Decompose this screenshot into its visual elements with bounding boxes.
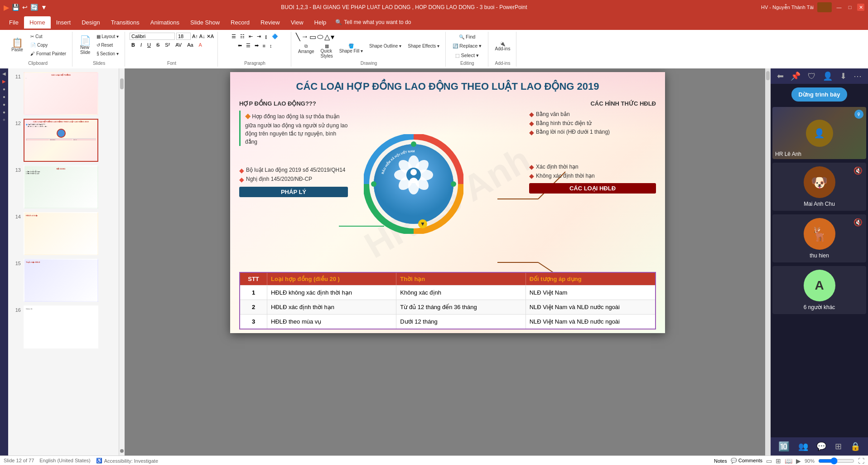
paste-button[interactable]: 📋 Paste <box>7 37 27 53</box>
shape-more[interactable]: ▾ <box>331 33 334 41</box>
decrease-font-button[interactable]: A↓ <box>199 34 205 39</box>
case-button[interactable]: Aa <box>185 41 195 48</box>
scroll-down-btn[interactable] <box>120 449 124 453</box>
tab-home[interactable]: Home <box>24 16 51 29</box>
meeting-back-icon[interactable]: ⬅ <box>777 71 784 81</box>
slide-img-14[interactable]: HĐLĐ vô hiệu <box>24 212 98 255</box>
comments-button[interactable]: 💬 Comments <box>731 458 762 464</box>
align-right-button[interactable]: ➡ <box>253 42 260 49</box>
strikethrough-button[interactable]: S <box>154 41 161 48</box>
layout-button[interactable]: ▦Layout ▾ <box>94 33 121 40</box>
line-spacing-button[interactable]: ↕ <box>268 42 274 49</box>
quick-misc[interactable]: ▼ <box>41 4 47 11</box>
canvas-scrollbar-v[interactable] <box>765 68 771 455</box>
font-size-input[interactable] <box>176 33 191 40</box>
smart-art-button[interactable]: 🔷 <box>270 33 280 40</box>
tab-file[interactable]: File <box>4 16 24 29</box>
lock-icon[interactable]: 🔒 <box>850 441 860 451</box>
shape-fill-button[interactable]: 🪣 Shape Fill ▾ <box>337 42 365 60</box>
shape-line[interactable]: ╲ <box>296 33 300 41</box>
slide-img-15[interactable]: Thực hiện HĐLĐ <box>24 259 98 302</box>
shape-arrow[interactable]: → <box>301 33 309 41</box>
view-reading-icon[interactable]: 📖 <box>785 457 792 465</box>
slide-thumb-16[interactable]: 16 Slide 16 <box>10 304 117 350</box>
nav-item-3[interactable]: ● <box>3 94 5 99</box>
cut-button[interactable]: ✂Cut <box>28 33 68 40</box>
notes-button[interactable]: Notes <box>714 458 727 464</box>
shape-outline-button[interactable]: Shape Outline ▾ <box>367 42 404 60</box>
font-color-button[interactable]: A <box>197 41 204 48</box>
quick-save[interactable]: 💾 <box>12 4 19 11</box>
align-left-button[interactable]: ⬅ <box>236 42 244 49</box>
increase-font-button[interactable]: A↑ <box>192 34 198 39</box>
tab-help[interactable]: Help <box>309 16 332 29</box>
slide-img-12[interactable]: CÁC LOẠI HỢP ĐỒNG LAO ĐỘNG THEO LUẬT LAO… <box>24 119 98 162</box>
tab-review[interactable]: Review <box>255 16 285 29</box>
tab-animations[interactable]: Animations <box>145 16 185 29</box>
column-button[interactable]: ⫿ <box>263 33 270 40</box>
badge-icon[interactable]: 🔟 <box>778 441 790 452</box>
slide-img-13[interactable]: NỘI DUNG ● Điều khoản bắt buộc ● Điều kh… <box>24 165 98 208</box>
slide-thumb-11[interactable]: 11 CÁC LOẠI HỢP ĐỒNG ... <box>10 70 117 117</box>
numbered-list-button[interactable]: ☷ <box>238 33 246 40</box>
tab-insert[interactable]: Insert <box>51 16 77 29</box>
canvas-scroll-thumb[interactable] <box>766 71 770 80</box>
tab-transitions[interactable]: Transitions <box>106 16 145 29</box>
shape-rect[interactable]: ▭ <box>309 33 316 41</box>
italic-button[interactable]: I <box>139 41 144 48</box>
grid-icon[interactable]: ⊞ <box>835 441 842 451</box>
quick-redo[interactable]: 🔄 <box>30 4 38 11</box>
bullet-list-button[interactable]: ☰ <box>230 33 238 40</box>
char-spacing-button[interactable]: AV <box>174 41 183 48</box>
decrease-indent-button[interactable]: ⇤ <box>247 33 255 40</box>
shadow-button[interactable]: S² <box>163 41 172 48</box>
slide-img-11[interactable]: CÁC LOẠI HỢP ĐỒNG ... <box>24 72 98 115</box>
justify-button[interactable]: ≡ <box>261 42 267 49</box>
shape-oval[interactable]: ⬭ <box>317 33 323 41</box>
meeting-more-icon[interactable]: ⋯ <box>854 71 862 81</box>
slide-thumb-15[interactable]: 15 Thực hiện HĐLĐ <box>10 257 117 304</box>
underline-button[interactable]: U <box>145 41 153 48</box>
nav-item-1[interactable]: ▶ <box>2 79 6 84</box>
slide-thumb-12[interactable]: 12 CÁC LOẠI HỢP ĐỒNG LAO ĐỘNG THEO LUẬT … <box>10 117 117 164</box>
tab-view[interactable]: View <box>285 16 309 29</box>
replace-button[interactable]: 🔄Replace ▾ <box>450 42 484 50</box>
quick-styles-button[interactable]: ▦ QuickStyles <box>318 42 335 60</box>
copy-button[interactable]: 📄Copy <box>28 41 68 49</box>
close-button[interactable]: ✕ <box>857 4 864 11</box>
tell-me[interactable]: 🔍 Tell me what you want to do <box>335 19 411 25</box>
maximize-button[interactable]: □ <box>846 4 854 11</box>
slide-thumb-13[interactable]: 13 NỘI DUNG ● Điều khoản bắt buộc ● Điều… <box>10 164 117 210</box>
scrollbar-thumb[interactable] <box>120 78 124 89</box>
tab-slideshow[interactable]: Slide Show <box>185 16 225 29</box>
align-center-button[interactable]: ☰ <box>244 42 252 49</box>
bold-button[interactable]: B <box>130 41 137 48</box>
shape-effects-button[interactable]: Shape Effects ▾ <box>405 42 442 60</box>
chat-icon[interactable]: 💬 <box>816 441 826 451</box>
addins-button[interactable]: 🔌 Add-ins <box>493 40 513 53</box>
select-button[interactable]: ⬚Select ▾ <box>453 51 481 60</box>
view-presentation-icon[interactable]: ▶ <box>796 457 801 465</box>
font-family-input[interactable] <box>130 33 175 40</box>
clear-format-button[interactable]: ✕A <box>207 34 214 39</box>
reset-button[interactable]: ↺Reset <box>94 41 121 49</box>
meeting-shield-icon[interactable]: 🛡 <box>808 72 816 81</box>
accessibility-info[interactable]: ♿ Accessibility: Investigate <box>96 458 158 464</box>
zoom-slider[interactable] <box>818 457 854 465</box>
stop-presentation-button[interactable]: Dừng trình bày <box>791 87 848 102</box>
view-slide-sorter-icon[interactable]: ⊞ <box>776 457 781 465</box>
find-button[interactable]: 🔍Find <box>457 33 477 41</box>
section-button[interactable]: §Section ▾ <box>94 50 121 58</box>
meeting-person-icon[interactable]: 👤 <box>823 71 833 81</box>
nav-item-6[interactable]: + <box>3 117 5 122</box>
nav-item-4[interactable]: ● <box>3 102 5 107</box>
slide-thumb-14[interactable]: 14 HĐLĐ vô hiệu <box>10 210 117 257</box>
view-normal-icon[interactable]: ▭ <box>766 457 772 465</box>
increase-indent-button[interactable]: ⇥ <box>255 33 263 40</box>
new-slide-button[interactable]: 📄 NewSlide <box>77 34 93 56</box>
slide-img-16[interactable]: Slide 16 <box>24 305 98 349</box>
minimize-button[interactable]: — <box>835 4 843 11</box>
format-painter-button[interactable]: 🖌Format Painter <box>28 50 68 58</box>
quick-undo[interactable]: ↩ <box>22 4 28 11</box>
panel-scrollbar[interactable] <box>119 68 125 455</box>
